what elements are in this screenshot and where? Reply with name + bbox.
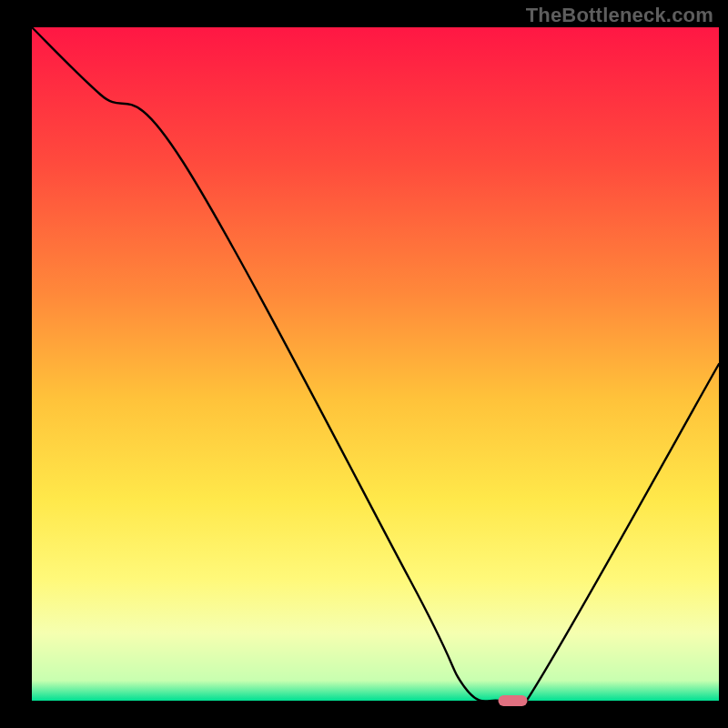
chart-canvas bbox=[0, 0, 728, 728]
optimal-marker bbox=[499, 695, 528, 706]
watermark-text: TheBottleneck.com bbox=[526, 4, 713, 27]
chart-background bbox=[32, 27, 719, 701]
